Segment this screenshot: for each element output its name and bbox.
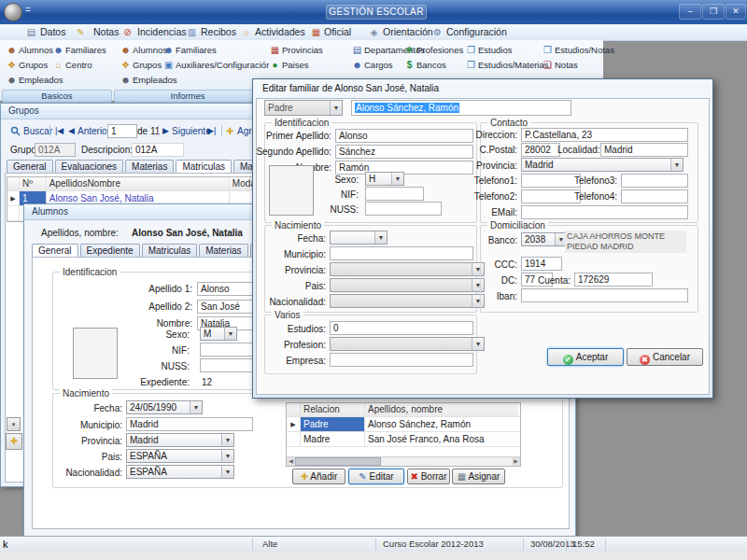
minimize-button[interactable]: – — [679, 4, 701, 20]
fecha-select[interactable]: ▼ — [330, 231, 388, 245]
relacion-select[interactable]: Padre▼ — [264, 100, 343, 116]
direccion-input[interactable]: P.Castellana, 23 — [521, 128, 688, 142]
toolbar-item-empleados-informe[interactable]: Empleados — [133, 74, 177, 86]
toolbar-item-familiares[interactable]: Familiares — [65, 44, 106, 56]
quick-access-icon[interactable]: = — [25, 5, 31, 15]
col-num[interactable]: Nº — [20, 177, 47, 190]
siguiente-button[interactable]: Siguiente — [172, 125, 211, 137]
editar-button[interactable]: ✎ Editar — [348, 469, 404, 484]
grupo-input[interactable]: 012A — [35, 143, 76, 157]
cuenta-input[interactable]: 172629 — [574, 273, 653, 287]
estudios-input[interactable]: 0 — [330, 321, 473, 335]
close-button[interactable]: ✕ — [726, 4, 746, 20]
tab-general[interactable]: General — [7, 160, 53, 174]
scroll-left-icon[interactable]: ◀ — [287, 457, 295, 466]
chevron-down-icon[interactable]: ▼ — [224, 328, 236, 340]
aceptar-button[interactable]: ✔Aceptar — [547, 348, 624, 366]
profesion-select[interactable]: ▼ — [330, 337, 485, 351]
menu-item-recibos[interactable]: Recibos — [201, 24, 236, 40]
expediente-value[interactable]: 12 — [202, 376, 212, 388]
nacionalidad-select[interactable]: ESPAÑA▼ — [126, 465, 234, 479]
tab-materias[interactable]: Materias — [125, 160, 174, 174]
municipio-input[interactable] — [330, 246, 473, 260]
toolbar-item-provincias[interactable]: Provincias — [282, 44, 323, 56]
toolbar-item-notas-informe[interactable]: Notas — [555, 59, 578, 71]
provincia-select[interactable]: Madrid▼ — [521, 158, 684, 172]
chevron-down-icon[interactable]: ▼ — [221, 466, 233, 478]
next-record-icon[interactable]: ▶ — [162, 125, 169, 137]
menu-item-actividades[interactable]: Actividades — [255, 24, 305, 40]
cell-nombre[interactable]: San José Franco, Ana Rosa — [365, 432, 518, 446]
provincia-select[interactable]: Madrid▼ — [126, 433, 234, 447]
toolbar-item-grupos-informe[interactable]: Grupos — [133, 59, 162, 71]
chevron-down-icon[interactable]: ▼ — [190, 401, 202, 413]
scrollbar-thumb[interactable] — [295, 457, 381, 466]
toolbar-item-cargos[interactable]: Cargos — [364, 59, 393, 71]
first-record-icon[interactable]: |◀ — [55, 125, 63, 137]
horizontal-scrollbar[interactable]: ◀ ▶ — [287, 456, 520, 466]
title-bar[interactable]: = GESTIÓN ESCOLAR – ❒ ✕ — [0, 0, 747, 25]
table-row[interactable]: Madre San José Franco, Ana Rosa — [287, 432, 520, 447]
scroll-right-icon[interactable]: ▶ — [512, 457, 520, 466]
telefono1-input[interactable] — [521, 174, 581, 188]
col-relacion[interactable]: Relacion — [301, 403, 365, 416]
pais-select[interactable]: ESPAÑA▼ — [126, 449, 234, 463]
menu-item-oficial[interactable]: Oficial — [324, 24, 351, 40]
col-apellidosnombre[interactable]: ApellidosNombre — [47, 177, 230, 190]
chevron-down-icon[interactable]: ▼ — [330, 101, 342, 115]
municipio-input[interactable]: Madrid — [126, 417, 253, 431]
buscar-button[interactable]: Buscar — [23, 125, 52, 137]
ccc-input[interactable]: 1914 — [521, 257, 562, 271]
menu-item-incidencias[interactable]: Incidencias — [137, 24, 187, 40]
previous-record-icon[interactable]: ◀ — [68, 125, 75, 137]
anterior-button[interactable]: Anterior — [78, 125, 110, 137]
tab-expediente[interactable]: Expediente — [80, 244, 140, 258]
asignar-button[interactable]: ▦ Asignar — [452, 469, 505, 484]
maximize-button[interactable]: ❒ — [702, 4, 725, 20]
chevron-down-icon[interactable]: ▼ — [472, 338, 484, 350]
toolbar-item-estudios[interactable]: Estudios — [478, 44, 512, 56]
toolbar-item-estudios-notas[interactable]: Estudios/Notas — [555, 44, 614, 56]
toolbar-item-estudios-materias[interactable]: Estudios/Materias — [478, 59, 549, 71]
last-record-icon[interactable]: ▶| — [207, 125, 216, 137]
toolbar-item-profesiones[interactable]: Profesiones — [416, 44, 463, 56]
borrar-button[interactable]: ✖ Borrar — [407, 469, 450, 484]
tab-materias[interactable]: Materias — [199, 244, 247, 258]
toolbar-item-centro[interactable]: Centro — [65, 59, 92, 71]
toolbar-item-alumnos[interactable]: Alumnos — [19, 44, 53, 56]
cpostal-input[interactable]: 28002 — [521, 143, 560, 157]
toolbar-item-auxiliares[interactable]: Auxiliares/Configuración — [176, 59, 269, 71]
nuss-input[interactable] — [365, 202, 442, 216]
tab-matriculas[interactable]: Matriculas — [142, 244, 198, 258]
descripcion-input[interactable]: 012A — [132, 143, 184, 157]
chevron-down-icon[interactable]: ▼ — [221, 450, 233, 462]
cell-relacion[interactable]: Madre — [301, 432, 365, 446]
menu-item-notas[interactable]: Notas — [93, 24, 119, 40]
sexo-select[interactable]: H▼ — [365, 172, 404, 186]
add-row-icon[interactable]: ✚ — [6, 433, 22, 450]
chevron-down-icon[interactable]: ▼ — [374, 231, 387, 244]
nif-input[interactable] — [365, 187, 424, 201]
menu-item-configuracion[interactable]: Configuración — [446, 24, 507, 40]
toolbar-item-empleados[interactable]: Empleados — [19, 74, 63, 86]
cell-relacion[interactable]: Padre — [301, 417, 365, 431]
chevron-down-icon[interactable]: ▼ — [391, 173, 403, 185]
tab-evaluaciones[interactable]: Evaluaciones — [55, 160, 123, 174]
toolbar-item-paises[interactable]: Paises — [282, 59, 309, 71]
telefono4-input[interactable] — [621, 189, 688, 203]
chevron-down-icon[interactable]: ▼ — [221, 434, 233, 446]
toolbar-item-familiares-informe[interactable]: Familiares — [176, 44, 217, 56]
telefono2-input[interactable] — [521, 189, 581, 203]
sexo-select[interactable]: M▼ — [200, 327, 237, 341]
cancelar-button[interactable]: ✖Cancelar — [627, 348, 703, 366]
nombre-completo-input[interactable]: Alonso Sánchez, Ramón — [351, 100, 571, 116]
col-apellidos-nombre[interactable]: Apellidos, nombre — [365, 403, 518, 416]
scrollbar-down-button[interactable]: ▾ — [7, 417, 21, 431]
toolbar-item-grupos[interactable]: Grupos — [19, 59, 48, 71]
cell-nombre[interactable]: Alonso Sánchez, Ramón — [365, 417, 518, 431]
iban-input[interactable] — [521, 288, 688, 302]
tab-matriculas[interactable]: Matriculas — [176, 160, 232, 174]
fecha-select[interactable]: 24/05/1990▼ — [126, 400, 203, 414]
chevron-down-icon[interactable]: ▼ — [670, 159, 683, 171]
tab-general[interactable]: General — [32, 244, 78, 258]
